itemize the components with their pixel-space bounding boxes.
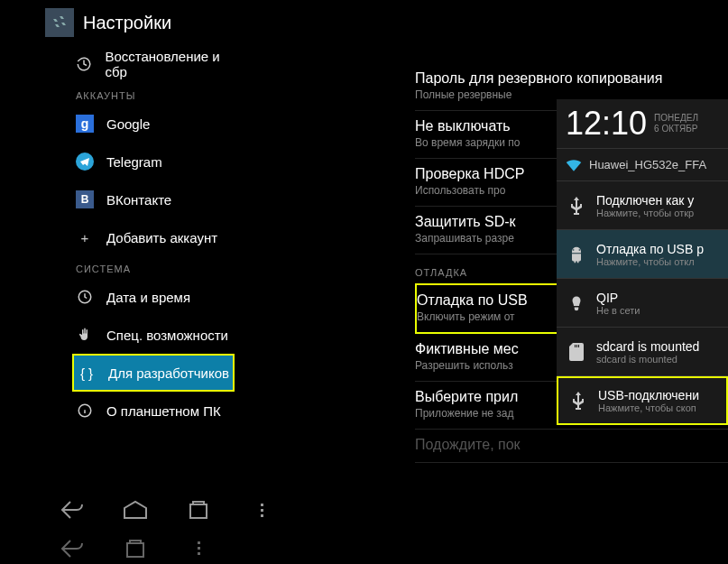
- navigation-bar: [0, 487, 728, 532]
- sidebar-item-vk[interactable]: B ВКонтакте: [72, 180, 235, 218]
- clock-row[interactable]: 12:10 ПОНЕДЕЛ6 ОКТЯБР: [557, 99, 728, 149]
- android-icon: [557, 245, 596, 264]
- google-icon: g: [76, 115, 94, 133]
- sdcard-icon: [557, 343, 596, 361]
- svg-rect-2: [190, 504, 207, 518]
- sidebar-label: Добавить аккаунт: [106, 230, 217, 245]
- notif-usb-debug[interactable]: Отладка по USB р Нажмите, чтобы откл: [557, 230, 728, 279]
- sidebar-item-telegram[interactable]: Telegram: [72, 143, 235, 180]
- option-title: Подождите, пок: [415, 437, 728, 453]
- settings-icon: [45, 8, 74, 37]
- sidebar-item-add-account[interactable]: + Добавить аккаунт: [72, 218, 235, 256]
- notif-title: USB-подключени: [598, 388, 726, 402]
- sidebar-label: Дата и время: [106, 290, 190, 305]
- clock-date: ПОНЕДЕЛ6 ОКТЯБР: [654, 113, 698, 134]
- menu-button-alt[interactable]: [180, 534, 217, 563]
- back-button-alt[interactable]: [54, 534, 90, 563]
- option-title: Пароль для резервного копирования: [415, 70, 728, 87]
- home-button[interactable]: [117, 495, 153, 524]
- sidebar-item-restore[interactable]: Восстановление и сбр: [72, 45, 235, 83]
- sidebar-label: Для разработчиков: [108, 365, 229, 381]
- app-header: Настройки: [0, 0, 728, 45]
- notif-usb-connected[interactable]: Подключен как у Нажмите, чтобы откр: [557, 181, 728, 230]
- status-bar: [0, 532, 728, 564]
- sidebar-label: О планшетном ПК: [106, 403, 221, 419]
- section-system: Система: [72, 256, 235, 278]
- back-button[interactable]: [54, 495, 90, 524]
- sidebar-label: Google: [106, 116, 150, 132]
- notif-title: Отладка по USB р: [596, 242, 728, 256]
- notification-panel: 12:10 ПОНЕДЕЛ6 ОКТЯБР Huawei_HG532e_FFA …: [557, 99, 728, 425]
- svg-rect-5: [130, 541, 141, 543]
- sidebar-label: Telegram: [106, 154, 162, 170]
- sidebar-item-accessibility[interactable]: Спец. возможности: [72, 316, 235, 354]
- section-accounts: Аккаунты: [72, 83, 235, 105]
- wifi-icon: [566, 159, 582, 171]
- sidebar-label: Восстановление и сбр: [105, 49, 235, 79]
- sidebar-label: ВКонтакте: [106, 192, 171, 208]
- recent-button[interactable]: [180, 495, 217, 524]
- qip-icon: [557, 295, 596, 311]
- notif-title: Подключен как у: [596, 193, 728, 208]
- sidebar-item-developer[interactable]: { } Для разработчиков: [72, 354, 235, 392]
- sidebar-item-google[interactable]: g Google: [72, 105, 235, 143]
- wifi-name: Huawei_HG532e_FFA: [589, 158, 706, 171]
- notif-title: QIP: [596, 291, 728, 305]
- notif-sub: Нажмите, чтобы откл: [596, 256, 728, 267]
- page-title: Настройки: [83, 13, 171, 33]
- notif-sub: Нажмите, чтобы откр: [596, 208, 728, 218]
- svg-rect-3: [193, 502, 204, 504]
- wifi-row[interactable]: Huawei_HG532e_FFA: [557, 149, 728, 181]
- sidebar-label: Спец. возможности: [106, 328, 228, 343]
- svg-rect-4: [127, 543, 143, 557]
- notif-sdcard[interactable]: sdcard is mounted sdcard is mounted: [557, 328, 728, 376]
- recent-button-alt[interactable]: [117, 534, 153, 563]
- sidebar: Восстановление и сбр Аккаунты g Google T…: [0, 45, 235, 487]
- sidebar-item-datetime[interactable]: Дата и время: [72, 278, 235, 316]
- notif-sub: Не в сети: [596, 305, 728, 316]
- menu-button[interactable]: [244, 495, 280, 524]
- restore-icon: [76, 55, 92, 73]
- notif-usb-connection[interactable]: USB-подключени Нажмите, чтобы скоп: [557, 376, 728, 425]
- info-icon: [76, 402, 94, 420]
- telegram-icon: [76, 153, 94, 171]
- hand-icon: [76, 326, 94, 344]
- usb-icon: [557, 197, 596, 215]
- clock-icon: [76, 288, 94, 306]
- notif-qip[interactable]: QIP Не в сети: [557, 279, 728, 328]
- usb-icon: [558, 392, 598, 410]
- plus-icon: +: [76, 228, 94, 246]
- notif-sub: Нажмите, чтобы скоп: [598, 402, 726, 413]
- clock-time: 12:10: [566, 105, 647, 143]
- vk-icon: B: [76, 190, 94, 208]
- braces-icon: { }: [78, 364, 96, 382]
- sidebar-item-about[interactable]: О планшетном ПК: [72, 392, 235, 430]
- notif-sub: sdcard is mounted: [596, 354, 728, 365]
- option-wait-debugger[interactable]: Подождите, пок: [415, 430, 728, 463]
- notif-title: sdcard is mounted: [596, 339, 728, 354]
